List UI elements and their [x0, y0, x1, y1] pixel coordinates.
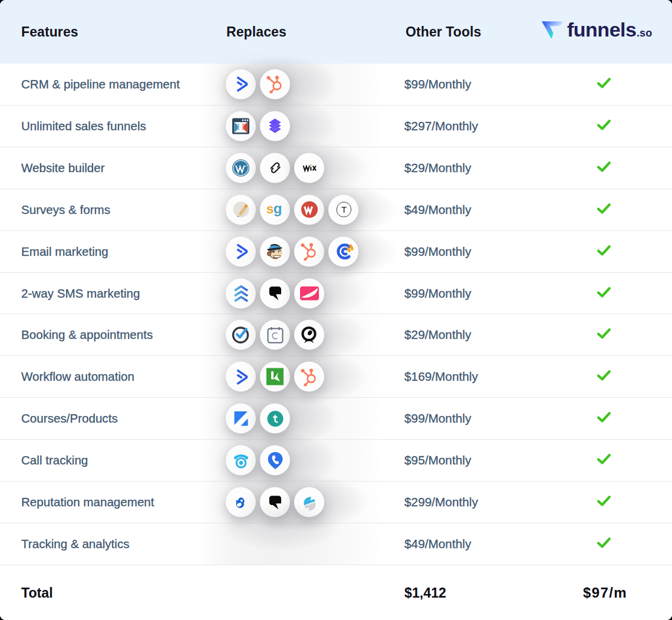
svg-text:funnels: funnels: [567, 19, 636, 41]
svg-text:.so: .so: [637, 27, 652, 39]
svg-text:g: g: [273, 200, 282, 216]
svg-text:T: T: [341, 205, 346, 215]
svg-text:s: s: [266, 202, 273, 216]
